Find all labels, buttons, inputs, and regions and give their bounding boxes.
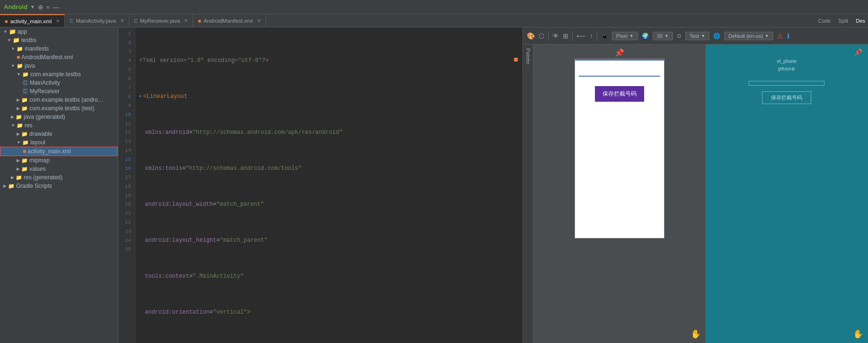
code-container[interactable]: 1 2 3 4 5 6 7 8 9 10 11 12 13 14 15 16 1… [118, 27, 523, 343]
xml-icon-androidmanifest: ■ [17, 54, 20, 61]
triangle-icon-res: ▼ [11, 123, 15, 128]
main-content: ▼ 📁 app ▼ 📁 testbs ▼ 📁 manifests ■ Andro… [0, 27, 868, 343]
sidebar-item-layout[interactable]: ▼ 📁 layout [0, 138, 118, 147]
sidebar-item-androidmanifest[interactable]: ■ AndroidManifest.xml [0, 53, 118, 62]
close-tab-my-receiver[interactable]: ✕ [184, 18, 188, 23]
line-num-25: 25 [122, 245, 131, 254]
sidebar-item-java[interactable]: ▼ 📁 java [0, 62, 118, 70]
sidebar-label-com: com.example.testbs [30, 71, 81, 78]
phone-save-button[interactable]: 保存拦截号码 [595, 86, 644, 102]
sidebar-item-com-example[interactable]: ▼ 📁 com.example.testbs [0, 70, 118, 79]
dropdown-arrow-icon[interactable]: ▼ [30, 4, 35, 9]
phone-label: phone [778, 66, 795, 71]
code-mode-btn[interactable]: Code [815, 17, 833, 25]
line-num-21: 21 [122, 209, 131, 218]
sidebar-item-com2[interactable]: ▶ 📁 com.example.testbs (andro… [0, 96, 118, 104]
locale-dropdown[interactable]: Default (en-us) ▼ [724, 32, 773, 40]
sidebar-item-myreceiver[interactable]: C MyReceiver [0, 87, 118, 96]
pixel-label: Pixel [616, 33, 628, 39]
palette-tab-label[interactable]: Palette [523, 44, 533, 68]
pin-top-right-icon: 📌 [854, 48, 862, 56]
folder-icon-layout: 📁 [22, 140, 29, 146]
triangle-icon-com2: ▶ [17, 97, 20, 102]
error-badge[interactable]: ⚠ [777, 32, 783, 40]
line-num-19: 19 [122, 191, 131, 200]
code-line-5: android:layout_width="match_parent" [139, 200, 519, 209]
folder-icon-drawable: 📁 [21, 131, 28, 137]
folder-icon-res-gen: 📁 [16, 175, 22, 181]
info-badge[interactable]: ℹ [787, 32, 789, 40]
sep3 [597, 31, 597, 41]
sidebar-item-mipmap[interactable]: ▶ 📁 mipmap [0, 156, 118, 165]
tab-label-main-activity: MainActivity.java [76, 18, 116, 24]
tab-main-activity[interactable]: C MainActivity.java ✕ [65, 14, 129, 27]
folder-icon-res: 📁 [17, 123, 23, 129]
global-icon[interactable]: ⊕ [38, 3, 44, 11]
sidebar-item-manifests[interactable]: ▼ 📁 manifests [0, 44, 118, 53]
pixel-dropdown[interactable]: Pixel ▼ [612, 32, 638, 40]
folder-icon-com: 📁 [22, 71, 29, 78]
test-dropdown[interactable]: Test ▼ [685, 32, 709, 40]
folder-icon-com2: 📁 [21, 97, 28, 103]
sidebar-item-testbs[interactable]: ▼ 📁 testbs [0, 36, 118, 44]
line-num-7: 7 [122, 83, 131, 92]
design-toolbar: 🎨 ⬡ 👁 ⊞ ⟵ ↑ 📱 Pixel ▼ 🌍 30 ▼ ⊙ [523, 27, 868, 44]
blueprint-preview: 📌 et_phone phone 保存拦截号码 ✋ [706, 44, 868, 343]
sep1 [548, 31, 549, 41]
split-mode-btn[interactable]: Split [835, 17, 851, 25]
sidebar-item-values[interactable]: ▶ 📁 values [0, 165, 118, 173]
eye-icon[interactable]: 👁 [552, 32, 559, 40]
sidebar-item-mainactivity[interactable]: C MainActivity [0, 79, 118, 87]
api-dropdown[interactable]: 30 ▼ [653, 32, 673, 40]
arrow-left-icon[interactable]: ⟵ [576, 32, 586, 40]
sidebar-item-activity-main-xml[interactable]: ■ activity_main.xml [0, 147, 118, 156]
locale-dropdown-icon: ▼ [765, 34, 769, 38]
sidebar-item-res-gen[interactable]: ▶ 📁 res (generated) [0, 173, 118, 182]
triangle-icon-com: ▼ [17, 72, 21, 77]
settings-icon[interactable]: ≈ [46, 3, 50, 11]
line-numbers: 1 2 3 4 5 6 7 8 9 10 11 12 13 14 15 16 1… [118, 27, 135, 343]
code-line-1: <?xml version="1.0" encoding="utf-8"?> [139, 56, 519, 65]
triangle-icon-mipmap: ▶ [17, 158, 20, 163]
grid-icon[interactable]: ⊞ [563, 32, 568, 40]
locale-icon: 🌐 [713, 33, 720, 39]
sidebar-item-java-gen[interactable]: ▶ 📁 java (generated) [0, 113, 118, 121]
code-content[interactable]: <?xml version="1.0" encoding="utf-8"?> ●… [135, 27, 523, 343]
cursor-icon[interactable]: ⬡ [539, 32, 544, 40]
test-label: Test [690, 33, 699, 39]
design-views: Palette 📌 保存拦截号码 ✋ [523, 44, 868, 343]
java-icon-receiver: C [134, 18, 138, 24]
close-tab-main-activity[interactable]: ✕ [120, 18, 124, 23]
api-dropdown-icon: ▼ [664, 34, 669, 38]
triangle-icon-drawable: ▶ [17, 132, 20, 136]
hand-icon: ✋ [691, 329, 701, 339]
sidebar-item-com3[interactable]: ▶ 📁 com.example.testbs (test) [0, 104, 118, 113]
tab-my-receiver[interactable]: C MyReceiver.java ✕ [129, 14, 193, 27]
palette-icon[interactable]: 🎨 [527, 32, 535, 40]
code-line-4: xmlns:tools="http://schemas.android.com/… [139, 164, 519, 173]
sidebar-item-gradle[interactable]: ▶ 📁 Gradle Scripts [0, 182, 118, 190]
line-num-24: 24 [122, 236, 131, 245]
phone-design-preview: 📌 保存拦截号码 ✋ [533, 44, 706, 343]
tab-activity-main[interactable]: ■ activity_main.xml ✕ [0, 14, 65, 27]
sidebar-label-app: app [18, 28, 27, 35]
des-mode-btn[interactable]: Des [853, 17, 868, 25]
minimize-icon[interactable]: — [53, 3, 59, 11]
line-num-9: 9 [122, 101, 131, 110]
close-tab-activity-main[interactable]: ✕ [56, 18, 60, 24]
sidebar-item-drawable[interactable]: ▶ 📁 drawable [0, 130, 118, 138]
close-tab-android-manifest[interactable]: ✕ [257, 18, 261, 23]
line-num-22: 22 [122, 218, 131, 227]
arrow-up-icon[interactable]: ↑ [590, 32, 593, 40]
triangle-icon-java: ▼ [11, 63, 15, 68]
folder-icon-com3: 📁 [21, 106, 28, 112]
sidebar-item-app[interactable]: ▼ 📁 app [0, 27, 118, 36]
line-num-2: 2 [122, 38, 131, 47]
folder-icon-testbs: 📁 [13, 37, 20, 44]
line-num-3: 3 [122, 47, 131, 56]
folder-icon-mipmap: 📁 [21, 158, 28, 164]
tab-android-manifest[interactable]: ■ AndroidManifest.xml ✕ [193, 14, 266, 27]
code-line-2: ● <LinearLayout [139, 92, 519, 101]
sidebar-item-res[interactable]: ▼ 📁 res [0, 121, 118, 130]
triangle-icon-values: ▶ [17, 167, 20, 171]
